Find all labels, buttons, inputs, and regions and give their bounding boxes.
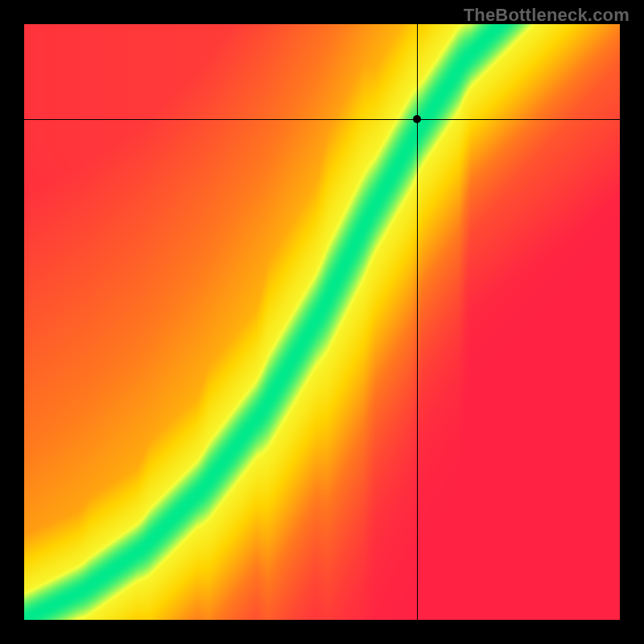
heatmap-canvas bbox=[24, 24, 620, 620]
watermark-label: TheBottleneck.com bbox=[464, 5, 630, 26]
selection-marker bbox=[413, 115, 421, 123]
bottleneck-heatmap-chart: TheBottleneck.com bbox=[0, 0, 644, 644]
crosshair-horizontal bbox=[24, 119, 620, 120]
crosshair-vertical bbox=[417, 24, 418, 620]
